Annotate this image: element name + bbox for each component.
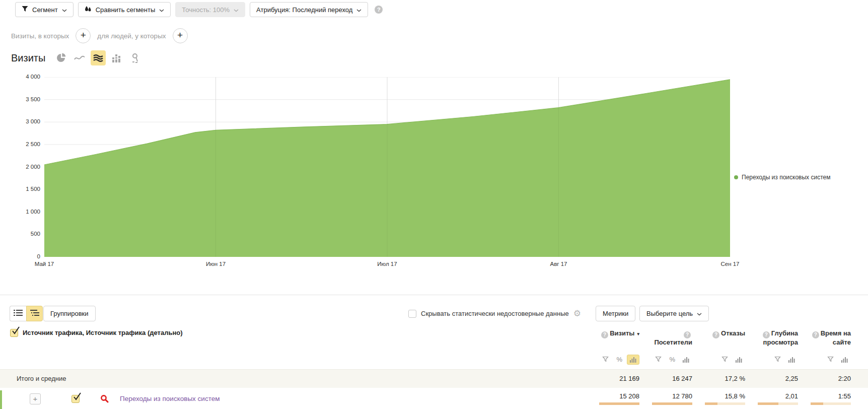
segments-toolbar: Сегмент Сравнить сегменты Точность: 100%… xyxy=(15,2,383,17)
metric-column: ?Глубина просмотра xyxy=(752,326,805,365)
chart-title: Визиты xyxy=(11,52,45,64)
y-axis-tick: 3 000 xyxy=(0,118,40,124)
section-divider xyxy=(0,295,868,295)
hide-unreliable-checkbox[interactable] xyxy=(408,310,416,318)
list-icon xyxy=(14,309,23,318)
add-visit-condition-button[interactable]: + xyxy=(76,28,91,43)
funnel-filter-icon[interactable] xyxy=(771,354,784,365)
help-icon[interactable]: ? xyxy=(712,331,719,338)
table-header: Источник трафика, Источник трафика (дета… xyxy=(0,326,868,369)
map-pin-icon[interactable] xyxy=(128,50,143,65)
x-axis-tick: Сен 17 xyxy=(720,261,739,267)
column-filter-icons xyxy=(699,354,745,365)
line-chart-icon[interactable] xyxy=(72,50,87,65)
bars-filter-icon[interactable] xyxy=(627,355,639,365)
select-goal-button[interactable]: Выберите цель xyxy=(639,306,709,321)
metric-column-label: Визиты xyxy=(610,329,634,337)
sort-desc-icon: ▾ xyxy=(637,331,639,336)
row-metric-value: 15 208 xyxy=(594,392,639,401)
x-axis-tick: Июл 17 xyxy=(377,261,397,267)
plot-area[interactable] xyxy=(44,77,730,257)
row-metric-value: 2,01 xyxy=(752,392,798,401)
funnel-filter-icon[interactable] xyxy=(824,354,837,365)
value-bar xyxy=(758,402,798,405)
row-metric-cell: 1:55 xyxy=(805,392,858,405)
chevron-down-icon xyxy=(697,310,702,317)
compare-segments-button[interactable]: Сравнить сегменты xyxy=(78,2,171,17)
hide-unreliable-group: Скрывать статистически недостоверные дан… xyxy=(408,309,581,318)
segment-button[interactable]: Сегмент xyxy=(15,2,74,17)
visits-condition-label: Визиты, в которых xyxy=(11,32,69,40)
attribution-button[interactable]: Атрибуция: Последний переход xyxy=(250,2,368,17)
gear-icon[interactable]: ⚙ xyxy=(573,309,581,318)
row-checkbox[interactable] xyxy=(71,395,80,403)
chevron-down-icon xyxy=(159,6,164,14)
metric-column-header[interactable]: ?Визиты▾ xyxy=(594,329,639,338)
chart-header: Визиты xyxy=(11,50,143,65)
add-people-condition-button[interactable]: + xyxy=(173,28,188,43)
row-metric-cell: 15 208 xyxy=(594,392,646,405)
y-axis-tick: 0 xyxy=(0,253,40,259)
percent-filter-icon[interactable]: % xyxy=(613,355,625,365)
help-icon[interactable]: ? xyxy=(812,331,819,338)
chevron-down-icon xyxy=(234,6,239,14)
help-icon[interactable]: ? xyxy=(763,331,770,338)
compare-segments-label: Сравнить сегменты xyxy=(96,6,156,14)
groupings-button[interactable]: Группировки xyxy=(43,306,96,321)
totals-label: Итого и средние xyxy=(17,370,66,388)
legend-dot-icon xyxy=(734,175,738,179)
list-view-button[interactable] xyxy=(10,306,26,321)
column-chart-icon[interactable] xyxy=(109,50,124,65)
tree-view-button[interactable] xyxy=(26,306,43,321)
chart-legend[interactable]: Переходы из поисковых систем xyxy=(734,174,830,181)
totals-row: Итого и средние 21 16916 24717,2 %2,252:… xyxy=(0,369,868,388)
percent-filter-icon[interactable]: % xyxy=(666,355,678,365)
metric-column-header[interactable]: ?Отказы xyxy=(699,329,745,338)
visits-area-chart: 05001 0001 5002 0002 5003 0003 5004 000 … xyxy=(0,77,868,274)
help-icon[interactable]: ? xyxy=(375,6,383,14)
table-view-toggle xyxy=(10,306,43,321)
column-filter-icons: % xyxy=(594,354,639,365)
x-axis-tick: Май 17 xyxy=(35,261,54,267)
y-axis-tick: 1 000 xyxy=(0,209,40,215)
column-filter-icons xyxy=(752,354,798,365)
attribution-label: Атрибуция: Последний переход xyxy=(256,6,352,14)
bars-filter-icon[interactable] xyxy=(785,355,798,365)
funnel-filter-icon[interactable] xyxy=(718,354,731,365)
bars-filter-icon[interactable] xyxy=(733,355,745,365)
area-chart-icon[interactable] xyxy=(91,50,106,65)
totals-value: 16 247 xyxy=(646,370,699,388)
help-icon[interactable]: ? xyxy=(684,331,691,338)
funnel-filter-icon[interactable] xyxy=(599,354,612,365)
help-icon[interactable]: ? xyxy=(601,331,608,338)
chart-type-switcher xyxy=(53,50,143,65)
legend-label: Переходы из поисковых систем xyxy=(742,174,830,181)
totals-value: 2:20 xyxy=(805,370,858,388)
chevron-down-icon xyxy=(356,6,361,14)
metric-column-label: Посетители xyxy=(654,338,692,346)
metric-column: ?Отказы xyxy=(699,326,752,365)
bars-filter-icon[interactable] xyxy=(680,355,692,365)
value-bar xyxy=(652,402,692,405)
row-metric-value: 15,8 % xyxy=(699,392,745,401)
pie-chart-icon[interactable] xyxy=(53,50,68,65)
grouping-checkbox[interactable] xyxy=(10,329,18,337)
y-axis-tick: 2 500 xyxy=(0,141,40,147)
value-bar xyxy=(811,402,851,405)
funnel-filter-icon[interactable] xyxy=(652,354,665,365)
y-axis-tick: 4 000 xyxy=(0,74,40,80)
row-dimension-link[interactable]: Переходы из поисковых систем xyxy=(120,395,220,402)
expand-row-button[interactable]: + xyxy=(30,393,41,404)
value-bar xyxy=(599,402,639,405)
bars-filter-icon[interactable] xyxy=(838,355,851,365)
metrics-button[interactable]: Метрики xyxy=(596,306,635,321)
value-bar xyxy=(705,402,745,405)
table-row[interactable]: + Переходы из поисковых систем 15 20812 … xyxy=(0,390,868,409)
accuracy-button[interactable]: Точность: 100% xyxy=(175,2,245,17)
x-axis-tick: Июн 17 xyxy=(206,261,226,267)
metric-column: ?Время на сайте xyxy=(805,326,858,365)
totals-values: 21 16916 24717,2 %2,252:20 xyxy=(594,370,858,388)
metric-column-header[interactable]: ?Глубина просмотра xyxy=(752,329,798,347)
metric-column-header[interactable]: ?Посетители xyxy=(646,329,692,347)
metric-column-header[interactable]: ?Время на сайте xyxy=(805,329,851,347)
